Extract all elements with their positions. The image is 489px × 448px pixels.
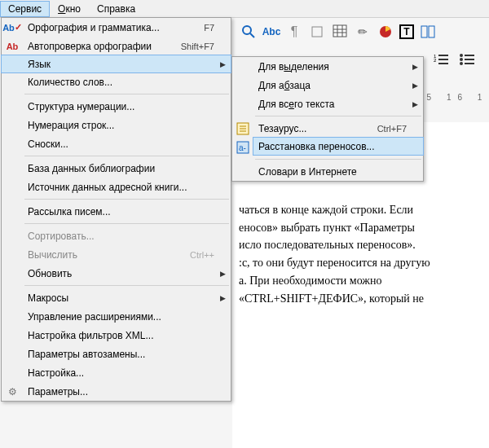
- ruler: 15 16 1: [416, 91, 488, 108]
- hyphenation-icon: a-: [232, 138, 253, 156]
- menu-xml-filters[interactable]: Настройка фильтров XML...: [2, 326, 231, 345]
- submenu-arrow-icon: ▶: [220, 60, 226, 68]
- menu-footnotes[interactable]: Сноски...: [2, 134, 231, 153]
- submenu-arrow-icon: ▶: [412, 81, 418, 90]
- svg-rect-3: [333, 25, 346, 37]
- submenu-for-selection[interactable]: Для выделения ▶: [232, 57, 423, 76]
- menu-calculate: Вычислить Ctrl++: [2, 245, 231, 264]
- submenu-for-paragraph[interactable]: Для абзаца ▶: [232, 76, 423, 94]
- svg-point-0: [243, 26, 251, 34]
- svg-point-16: [460, 54, 463, 57]
- menu-update[interactable]: Обновить ▶: [2, 264, 231, 283]
- numbered-list-icon[interactable]: 12: [432, 51, 450, 68]
- menu-biblio-db[interactable]: База данных библиографии: [2, 159, 231, 178]
- menu-options[interactable]: Параметры...: [23, 382, 231, 401]
- menu-numbering-structure[interactable]: Структура нумерации...: [2, 97, 231, 116]
- svg-rect-9: [421, 26, 427, 37]
- menu-macros[interactable]: Макросы ▶: [2, 288, 231, 307]
- doc-line: чаться в конце каждой строки. Если: [239, 201, 482, 219]
- formatting-marks-icon[interactable]: ¶: [285, 23, 303, 41]
- menu-customize[interactable]: Настройка...: [2, 363, 231, 382]
- submenu-arrow-icon: ▶: [412, 63, 418, 71]
- menu-autocorrect[interactable]: Параметры автозамены...: [2, 345, 231, 363]
- nonprinting-icon[interactable]: [308, 23, 326, 41]
- svg-point-17: [460, 58, 463, 61]
- menubar-help[interactable]: Справка: [89, 1, 143, 17]
- menu-mail-merge[interactable]: Рассылка писем...: [2, 202, 231, 221]
- submenu-thesaurus[interactable]: Тезаурус... Ctrl+F7: [253, 119, 423, 138]
- menubar: Сервис Окно Справка: [0, 0, 489, 18]
- menu-line-numbering[interactable]: Нумерация строк...: [2, 116, 231, 134]
- spellcheck-ab-icon: Ab✓: [2, 18, 23, 37]
- svg-text:2: 2: [434, 58, 437, 63]
- bullet-list-icon[interactable]: [458, 51, 476, 68]
- spellcheck-icon[interactable]: Abc: [262, 23, 280, 41]
- menu-extensions[interactable]: Управление расширениями...: [2, 307, 231, 326]
- submenu-arrow-icon: ▶: [220, 270, 226, 278]
- submenu-arrow-icon: ▶: [220, 294, 226, 302]
- submenu-hyphenation[interactable]: Расстановка переносов...: [253, 137, 424, 156]
- submenu-online-dicts[interactable]: Словари в Интернете: [232, 162, 423, 181]
- doc-line: еносов» выбрать пункт «Параметры: [239, 219, 482, 237]
- doc-line: :с, то они будут переносится на другую: [239, 254, 482, 272]
- columns-icon[interactable]: [419, 23, 437, 41]
- service-menu: Ab✓ Ab Орфография и грамматика... F7 Авт…: [1, 17, 231, 402]
- gear-icon: ⚙: [2, 382, 23, 401]
- language-submenu: Для выделения ▶ Для абзаца ▶ Для всего т…: [231, 56, 424, 182]
- doc-line: исло последовательных переносов».: [239, 236, 482, 254]
- insert-table-icon[interactable]: [331, 23, 349, 41]
- svg-text:a-: a-: [239, 143, 246, 152]
- menu-auto-spellcheck[interactable]: Автопроверка орфографии Shift+F7: [23, 37, 231, 55]
- menu-spelling-grammar[interactable]: Орфография и грамматика... F7: [23, 18, 231, 37]
- show-draw-icon[interactable]: ✏: [354, 23, 372, 41]
- menu-language[interactable]: Язык ▶: [1, 55, 231, 73]
- find-replace-icon[interactable]: [240, 23, 258, 41]
- submenu-for-all-text[interactable]: Для всего текста ▶: [232, 94, 423, 113]
- text-frame-icon[interactable]: T: [399, 24, 414, 39]
- svg-rect-2: [312, 27, 322, 37]
- doc-line: а. При необходимости можно: [239, 272, 482, 290]
- svg-rect-10: [429, 26, 434, 37]
- menubar-window[interactable]: Окно: [50, 1, 89, 17]
- menu-word-count[interactable]: Количество слов...: [2, 72, 231, 91]
- doc-line: «CTRL+SHIFT+ДЕФИС», который не: [239, 290, 482, 308]
- thesaurus-icon: [232, 119, 253, 138]
- chart-icon[interactable]: [377, 23, 394, 41]
- svg-point-18: [460, 62, 463, 65]
- submenu-arrow-icon: ▶: [412, 100, 418, 108]
- svg-line-1: [250, 33, 254, 37]
- menubar-service[interactable]: Сервис: [0, 1, 50, 17]
- autocheck-ab-icon: Ab: [2, 37, 23, 55]
- menu-sort: Сортировать...: [2, 226, 231, 245]
- menu-address-source[interactable]: Источник данных адресной книги...: [2, 178, 231, 196]
